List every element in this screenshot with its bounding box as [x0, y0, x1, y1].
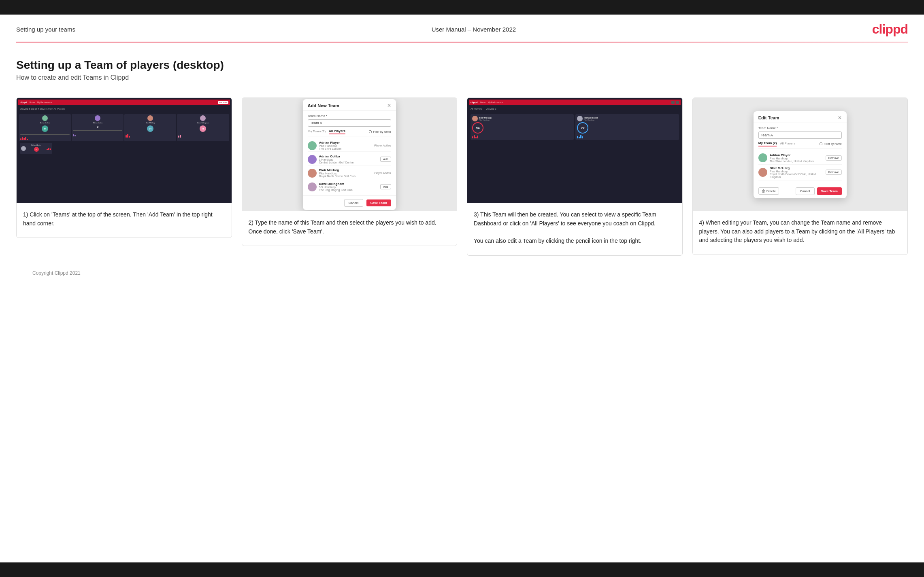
mock-tab-my-team[interactable]: My Team (2) [308, 129, 326, 134]
mock-score-1d: 78 [200, 125, 206, 132]
mock-player-card-1e: Richard Butler 72 [20, 143, 52, 154]
mock-edit-info-ap: Adrian Player Plus HandicapThe Shire Lon… [770, 153, 823, 163]
mock-player-card-1b: Adrian Coliba 0 [72, 114, 123, 141]
mock-tclub-bm: Plus Handicap [479, 119, 572, 121]
tb6 [579, 137, 580, 138]
mock-player-card-1a: Adrian Collins 84 [19, 114, 71, 141]
mock-name-1d: Dave Billingham [178, 122, 228, 124]
mock-add-team-btn-1[interactable]: Add Team [218, 101, 228, 104]
copyright-text: Copyright Clippd 2021 [32, 270, 81, 276]
card-3-text: 3) This Team will then be created. You c… [467, 203, 682, 255]
mock-avatar-1d [200, 115, 206, 121]
mock-score-1a: 84 [42, 125, 48, 132]
page-subtitle: How to create and edit Teams in Clippd [16, 74, 908, 81]
mock-player-row-2: Adrian Coliba 1 HandicapCentral London G… [308, 153, 391, 165]
b15 [50, 148, 51, 150]
mock-tinfo-bm: Blair McHarg Plus Handicap [479, 117, 572, 121]
mock-edit-filter: Filter by name [820, 142, 841, 145]
mock-edit-tab-my-team[interactable]: My Team (2) [758, 141, 777, 146]
mock-remove-btn-bm[interactable]: Remove [826, 170, 842, 175]
mock-team-players-3: Blair McHarg Plus Handicap 94 [469, 112, 681, 142]
mock-avatar-1b [95, 115, 100, 121]
mock-nav-home-3: Home [480, 101, 485, 104]
card-2-screenshot: Add New Team ✕ Team Name * My Team (2) A… [242, 98, 457, 211]
mock-icon-grid[interactable] [676, 101, 679, 104]
mock-avatar-ap [308, 141, 317, 150]
mock-name-1e: Richard Butler [28, 144, 45, 146]
mock-edit-pclub-bm: Plus HandicapRoyal North Devon Golf Club… [770, 170, 823, 178]
mock-edit-dialog-body: Team Name * My Team (2) All Players Filt… [754, 123, 847, 184]
mock-edit-save-btn[interactable]: Save Team [817, 187, 842, 195]
mock-cancel-btn[interactable]: Cancel [344, 199, 363, 207]
mock-player-info-bm: Blair McHarg Plus HandicapRoyal North De… [319, 168, 372, 178]
mock-tbars-bm [472, 134, 572, 138]
mock-filter-check[interactable] [369, 130, 372, 133]
mock-dashboard-1: clippd Home My Performance Add Team View… [17, 98, 232, 203]
mock-score-1e: 72 [34, 147, 39, 152]
mock-avatar-bm [308, 169, 317, 178]
mock-edit-team-dialog: Edit Team ✕ Team Name * My Team (2) All … [754, 111, 847, 198]
mock-player-info-db: Dave Billingham 5.5 HandicapThe Dog Magi… [319, 182, 378, 191]
mock-edit-close-icon[interactable]: ✕ [838, 115, 842, 120]
tb3 [475, 137, 477, 138]
mock-tab-all-players[interactable]: All Players [329, 129, 345, 134]
mock-team-name-input[interactable] [308, 119, 391, 127]
mock-tph-bm: Blair McHarg Plus Handicap [472, 116, 572, 121]
mock-edit-pname-bm: Blair McHarg [770, 166, 823, 170]
mock-edit-team-name-input[interactable] [758, 132, 842, 139]
mock-added-ap: Player Added [374, 144, 391, 147]
mock-avatar-1c [147, 115, 153, 121]
mock-avatar-db [308, 182, 317, 191]
card-1: clippd Home My Performance Add Team View… [16, 98, 232, 238]
mock-player-row-4: Dave Billingham 5.5 HandicapThe Dog Magi… [308, 181, 391, 192]
mock-icon-pencil[interactable] [671, 101, 675, 104]
mock-bottom-player-1: Richard Butler 72 [18, 142, 230, 155]
mock-score-1c: 94 [147, 125, 153, 132]
card-3-text-p1: 3) This Team will then be created. You c… [474, 211, 656, 227]
b7 [75, 135, 76, 136]
mock-pclub-db: 5.5 HandicapThe Dog Maging Golf Club [319, 186, 378, 191]
mock-team-filter-3: All Players — Viewing 2 [469, 107, 681, 111]
mock-info-1e: Richard Butler 72 [28, 144, 45, 153]
mock-edit-team-name-label: Team Name * [758, 126, 842, 130]
mock-edit-tabs: My Team (2) All Players Filter by name [758, 141, 842, 148]
main-content: Setting up a Team of players (desktop) H… [0, 42, 924, 291]
mock-player-card-1d: Dave Billingham 78 [177, 114, 229, 141]
mock-nav-3: clippd Home My Performance [469, 100, 681, 105]
mock-tpc-rb: Richard Butler Plus Handicap 72 [575, 114, 679, 140]
mock-edit-info-bm: Blair McHarg Plus HandicapRoyal North De… [770, 166, 823, 178]
mock-filter-checkbox: Filter by name [369, 130, 391, 133]
card-1-screenshot: clippd Home My Performance Add Team View… [17, 98, 232, 203]
mock-name-1b: Adrian Coliba [73, 122, 122, 124]
header-center-text: User Manual – November 2022 [432, 26, 516, 33]
mock-pclub-ac: 1 HandicapCentral London Golf Centre [319, 158, 378, 164]
mock-remove-btn-ap[interactable]: Remove [826, 155, 842, 161]
tb4 [477, 136, 478, 138]
mock-dialog-close-icon[interactable]: ✕ [387, 103, 391, 108]
mock-edit-pclub-ap: Plus HandicapThe Shire London, United Ki… [770, 157, 823, 163]
mock-player-info-ac: Adrian Coliba 1 HandicapCentral London G… [319, 155, 378, 164]
mock-edit-dialog-title: Edit Team [758, 115, 779, 120]
cards-row: clippd Home My Performance Add Team View… [16, 98, 908, 256]
mock-add-btn-db[interactable]: Add [380, 184, 391, 189]
mock-edit-filter-check[interactable] [820, 142, 822, 145]
mock-line-1a [20, 134, 70, 135]
mock-delete-btn[interactable]: 🗑 Delete [758, 187, 779, 195]
mock-edit-tab-all-players[interactable]: All Players [780, 142, 795, 146]
card-4-text: 4) When editing your Team, you can chang… [693, 211, 908, 255]
mock-team-dashboard: clippd Home My Performance All Players —… [467, 98, 682, 203]
mock-edit-cancel-btn[interactable]: Cancel [796, 187, 815, 195]
b6 [73, 134, 74, 136]
mock-add-btn-ac[interactable]: Add [380, 157, 391, 162]
tb8 [582, 136, 583, 138]
top-bar [0, 0, 924, 15]
mock-save-team-btn[interactable]: Save Team [366, 199, 391, 206]
mock-avatar-ac [308, 155, 317, 164]
card-3-text-p2: You can also edit a Team by clicking the… [474, 238, 641, 244]
mock-tpc-bm: Blair McHarg Plus Handicap 94 [471, 114, 574, 140]
tb5 [577, 136, 578, 138]
mock-pname-db: Dave Billingham [319, 182, 378, 186]
mock-player-info-ap: Adrian Player Plus HandicapThe Shire Lon… [319, 141, 372, 150]
card-3: clippd Home My Performance All Players —… [467, 98, 683, 256]
mock-nav-teams-1: My Performance [37, 101, 52, 104]
